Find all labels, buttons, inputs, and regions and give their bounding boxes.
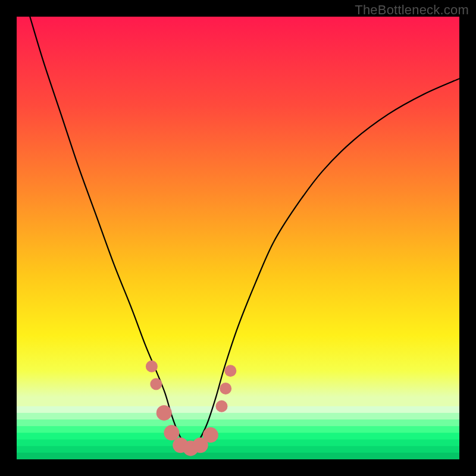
- svg-rect-7: [17, 453, 459, 459]
- marker-dot: [146, 361, 158, 372]
- plot-area: [17, 17, 459, 459]
- marker-dot: [203, 427, 218, 443]
- chart-svg: [17, 17, 459, 459]
- svg-rect-5: [17, 440, 459, 447]
- marker-dot: [220, 383, 231, 394]
- svg-rect-4: [17, 433, 459, 440]
- svg-rect-1: [17, 413, 459, 420]
- svg-rect-3: [17, 426, 459, 433]
- svg-rect-0: [17, 406, 459, 414]
- marker-dot: [215, 400, 227, 412]
- watermark-text: TheBottleneck.com: [355, 2, 469, 18]
- marker-dot: [156, 405, 172, 421]
- chart-frame: TheBottleneck.com: [0, 0, 476, 476]
- svg-rect-6: [17, 446, 459, 453]
- marker-dot: [150, 378, 162, 390]
- marker-dot: [164, 425, 179, 440]
- marker-dot: [224, 365, 236, 377]
- chart-background: [17, 17, 459, 459]
- svg-rect-2: [17, 419, 459, 427]
- lower-gradient-band: [17, 406, 459, 459]
